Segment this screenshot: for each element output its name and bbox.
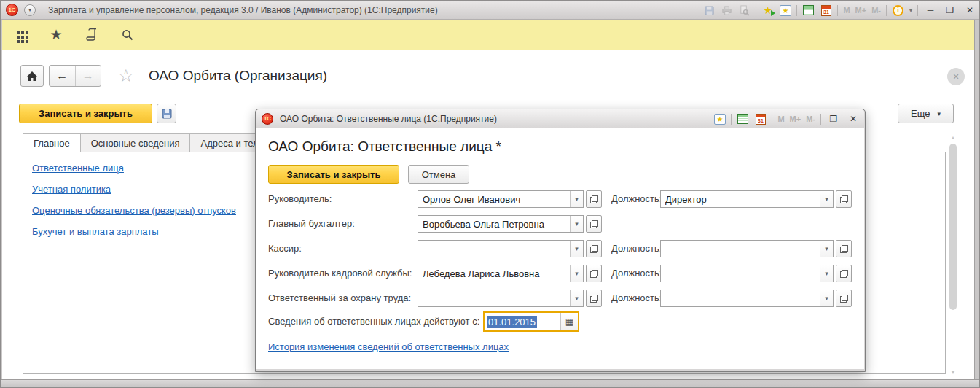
separator bbox=[756, 5, 756, 16]
position-input[interactable] bbox=[661, 191, 820, 207]
dialog-body: ОАО Орбита: Ответственные лица * Записат… bbox=[256, 128, 864, 369]
close-button[interactable]: ✕ bbox=[963, 4, 977, 17]
dialog-close-button[interactable]: ✕ bbox=[846, 112, 861, 125]
scrollbar-thumb[interactable] bbox=[949, 144, 957, 310]
open-button[interactable] bbox=[586, 215, 602, 233]
history-link[interactable]: История изменения сведений об ответствен… bbox=[268, 341, 509, 352]
forward-button[interactable]: → bbox=[76, 66, 101, 86]
person-input[interactable] bbox=[418, 265, 570, 282]
tab-glavnoe[interactable]: Главное bbox=[23, 133, 81, 152]
dialog-save-and-close-button[interactable]: Записать и закрыть bbox=[268, 165, 399, 184]
position-combo: ▾ bbox=[660, 290, 834, 307]
home-icon bbox=[26, 71, 38, 82]
open-icon bbox=[590, 270, 598, 278]
person-input[interactable] bbox=[418, 290, 570, 306]
person-input[interactable] bbox=[418, 216, 570, 232]
info-caret-icon[interactable]: ▾ bbox=[909, 7, 912, 14]
responsible-row: Ответственный за охрану труда: ▾ Должнос… bbox=[256, 290, 864, 307]
combo-dropdown-button[interactable]: ▾ bbox=[820, 290, 833, 306]
open-button[interactable] bbox=[586, 240, 602, 257]
open-button[interactable] bbox=[586, 190, 602, 208]
date-picker-button[interactable]: ▦ bbox=[560, 313, 578, 330]
favorites-icon[interactable]: ★ bbox=[713, 113, 726, 125]
person-input[interactable] bbox=[418, 241, 570, 257]
position-input[interactable] bbox=[661, 290, 820, 306]
minimize-button[interactable]: ─ bbox=[923, 4, 938, 17]
memory-m-plus-button[interactable]: M+ bbox=[790, 115, 801, 123]
person-input[interactable] bbox=[418, 191, 570, 207]
save-button[interactable] bbox=[157, 104, 176, 123]
back-button[interactable]: ← bbox=[50, 66, 76, 86]
combo-dropdown-button[interactable]: ▾ bbox=[570, 241, 583, 257]
favorites-icon[interactable]: ★ bbox=[779, 4, 791, 17]
form-close-button[interactable]: ✕ bbox=[947, 68, 965, 85]
open-icon bbox=[840, 195, 848, 203]
memory-m-button[interactable]: M bbox=[777, 115, 784, 123]
sections-menu-icon[interactable] bbox=[12, 27, 28, 43]
calculator-icon[interactable] bbox=[737, 113, 749, 125]
field-label: Руководитель: bbox=[268, 190, 332, 208]
memory-m-plus-button[interactable]: M+ bbox=[855, 6, 867, 15]
search-icon[interactable] bbox=[119, 27, 136, 43]
separator bbox=[886, 5, 887, 16]
dialog-maximize-button[interactable]: ❒ bbox=[826, 112, 841, 125]
open-button[interactable] bbox=[586, 265, 602, 282]
print-preview-icon[interactable] bbox=[738, 4, 750, 17]
home-button[interactable] bbox=[20, 65, 44, 87]
info-icon[interactable]: i bbox=[892, 4, 904, 17]
position-input[interactable] bbox=[661, 241, 820, 257]
link-otvetstvennye-litsa[interactable]: Ответственные лица bbox=[32, 163, 124, 174]
effective-date-field[interactable]: 01.01.2015 ▦ bbox=[483, 311, 579, 332]
floppy-icon bbox=[161, 108, 173, 120]
field-label: Должность: bbox=[611, 265, 662, 282]
separator bbox=[772, 114, 772, 125]
calendar-icon[interactable]: 31 bbox=[754, 113, 767, 125]
open-button[interactable] bbox=[586, 290, 602, 307]
person-combo: ▾ bbox=[418, 240, 584, 257]
save-and-close-button[interactable]: Записать и закрыть bbox=[19, 104, 152, 123]
save-icon[interactable] bbox=[703, 4, 716, 17]
open-button[interactable] bbox=[836, 290, 852, 307]
combo-dropdown-button[interactable]: ▾ bbox=[570, 216, 583, 232]
add-favorite-icon[interactable]: ★ bbox=[761, 4, 774, 17]
calendar-icon[interactable]: 31 bbox=[820, 4, 832, 17]
scroll-up-arrow[interactable]: ▲ bbox=[949, 135, 957, 140]
main-form-title: ОАО Орбита (Организация) bbox=[149, 68, 327, 84]
open-button[interactable] bbox=[836, 240, 852, 257]
combo-dropdown-button[interactable]: ▾ bbox=[820, 241, 833, 257]
combo-dropdown-button[interactable]: ▾ bbox=[570, 265, 583, 282]
combo-dropdown-button[interactable]: ▾ bbox=[570, 290, 583, 306]
vertical-scrollbar: ▲ ▼ bbox=[949, 135, 957, 376]
combo-dropdown-button[interactable]: ▾ bbox=[820, 265, 833, 282]
maximize-button[interactable]: ❒ bbox=[943, 4, 957, 17]
main-menu-button[interactable]: ▾ bbox=[24, 4, 36, 16]
combo-dropdown-button[interactable]: ▾ bbox=[570, 191, 583, 207]
position-input[interactable] bbox=[661, 265, 820, 282]
responsible-persons-dialog: 1С ОАО Орбита: Ответственные лица (1С:Пр… bbox=[255, 109, 866, 372]
history-icon[interactable] bbox=[84, 27, 100, 43]
favorites-star-icon[interactable]: ★ bbox=[48, 27, 64, 43]
link-otsenochnye-obyazatelstva[interactable]: Оценочные обязательства (резервы) отпуск… bbox=[32, 205, 236, 217]
link-bukhuchet-i-vyplata[interactable]: Бухучет и выплата зарплаты bbox=[32, 226, 159, 238]
more-button[interactable]: Еще ▾ bbox=[898, 104, 954, 123]
calculator-icon[interactable] bbox=[802, 4, 815, 17]
tab-osnovnye-svedeniya[interactable]: Основные сведения bbox=[81, 133, 191, 152]
1c-logo-icon: 1С bbox=[262, 113, 273, 125]
favorite-toggle-star-icon[interactable]: ☆ bbox=[118, 66, 134, 86]
dialog-cancel-button[interactable]: Отмена bbox=[408, 165, 469, 184]
memory-m-minus-button[interactable]: M- bbox=[806, 115, 815, 123]
open-button[interactable] bbox=[836, 190, 852, 208]
date-value[interactable]: 01.01.2015 bbox=[485, 313, 560, 330]
open-button[interactable] bbox=[836, 265, 852, 282]
open-icon bbox=[840, 295, 848, 303]
field-label: Должность: bbox=[611, 240, 662, 257]
print-icon[interactable] bbox=[721, 4, 733, 17]
scroll-down-arrow[interactable]: ▼ bbox=[949, 370, 957, 375]
person-combo: ▾ bbox=[418, 290, 584, 307]
memory-m-minus-button[interactable]: M- bbox=[871, 6, 881, 15]
combo-dropdown-button[interactable]: ▾ bbox=[820, 191, 833, 207]
date-field-label: Сведения об ответственных лицах действую… bbox=[268, 313, 479, 330]
memory-m-button[interactable]: M bbox=[843, 6, 850, 15]
open-icon bbox=[590, 295, 598, 303]
link-uchetnaya-politika[interactable]: Учетная политика bbox=[32, 184, 111, 195]
